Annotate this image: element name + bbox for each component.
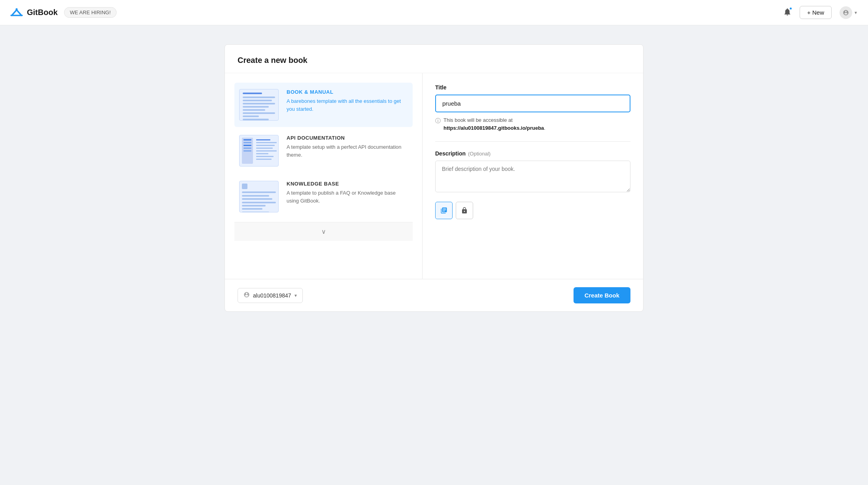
notification-dot — [789, 7, 793, 10]
user-dropdown-chevron: ▾ — [855, 10, 857, 15]
header-left: GitBook WE ARE HIRING! — [9, 7, 781, 18]
template-name-kb: KNOWLEDGE BASE — [287, 181, 408, 187]
template-item-api-documentation[interactable]: API DOCUMENTATION A template setup with … — [234, 129, 413, 173]
svg-point-1 — [15, 8, 17, 10]
public-icon — [440, 207, 447, 214]
template-info-book-manual: BOOK & MANUAL A barebones template with … — [287, 89, 408, 113]
chevron-down-icon: ∨ — [321, 228, 326, 235]
template-name-api: API DOCUMENTATION — [287, 135, 408, 141]
form-panel: Title ⓘ This book will be accessible at … — [423, 73, 643, 279]
user-avatar — [840, 6, 852, 19]
card-footer: alu0100819847 ▾ Create Book — [225, 279, 643, 311]
url-info: ⓘ This book will be accessible at https:… — [435, 116, 630, 132]
template-thumbnail-kb — [239, 181, 279, 212]
template-info-api: API DOCUMENTATION A template setup with … — [287, 135, 408, 159]
description-field-group: Description (Optional) — [435, 150, 630, 202]
visibility-buttons — [435, 202, 630, 219]
header: GitBook WE ARE HIRING! + New ▾ — [0, 0, 868, 25]
new-button[interactable]: + New — [800, 6, 832, 19]
svg-rect-0 — [10, 15, 23, 16]
main-content: Create a new book — [0, 25, 868, 331]
show-more-button[interactable]: ∨ — [234, 222, 413, 241]
template-desc-book-manual: A barebones template with all the essent… — [287, 97, 408, 113]
title-label: Title — [435, 84, 630, 91]
template-desc-kb: A template to publish a FAQ or Knowledge… — [287, 189, 408, 205]
user-icon — [843, 9, 849, 16]
template-thumbnail-book-manual — [239, 89, 279, 121]
create-book-button[interactable]: Create Book — [574, 287, 630, 303]
divider — [435, 141, 630, 142]
description-textarea[interactable] — [435, 161, 630, 192]
card-header: Create a new book — [225, 45, 643, 73]
org-chevron-icon: ▾ — [294, 293, 297, 298]
template-info-kb: KNOWLEDGE BASE A template to publish a F… — [287, 181, 408, 205]
svg-rect-2 — [243, 184, 247, 185]
title-field-group: Title ⓘ This book will be accessible at … — [435, 84, 630, 132]
header-right: + New ▾ — [781, 5, 859, 21]
hiring-badge[interactable]: WE ARE HIRING! — [64, 7, 117, 18]
org-select-button[interactable]: alu0100819847 ▾ — [238, 288, 303, 303]
notification-button[interactable] — [781, 6, 793, 19]
visibility-public-button[interactable] — [435, 202, 453, 219]
card-title: Create a new book — [238, 56, 630, 65]
description-label: Description (Optional) — [435, 150, 630, 157]
template-item-knowledge-base[interactable]: KNOWLEDGE BASE A template to publish a F… — [234, 174, 413, 219]
url-info-text: This book will be accessible at https://… — [443, 116, 545, 132]
lock-icon — [461, 207, 468, 214]
title-input[interactable] — [435, 95, 630, 112]
templates-panel: BOOK & MANUAL A barebones template with … — [225, 73, 423, 279]
gitbook-logo-icon — [9, 7, 24, 18]
logo: GitBook — [9, 7, 58, 18]
template-item-book-manual[interactable]: BOOK & MANUAL A barebones template with … — [234, 83, 413, 127]
org-name: alu0100819847 — [253, 292, 291, 299]
url-value: https://alu0100819847.gitbooks.io/prueba — [443, 125, 544, 131]
org-icon — [243, 292, 250, 299]
template-thumbnail-api — [239, 135, 279, 167]
create-book-card: Create a new book — [225, 44, 643, 312]
svg-rect-3 — [243, 186, 247, 186]
description-optional: (Optional) — [468, 151, 491, 157]
card-body: BOOK & MANUAL A barebones template with … — [225, 73, 643, 279]
logo-text: GitBook — [27, 8, 58, 17]
visibility-private-button[interactable] — [456, 202, 473, 219]
user-menu-button[interactable]: ▾ — [838, 5, 859, 21]
template-name-book-manual: BOOK & MANUAL — [287, 89, 408, 95]
template-desc-api: A template setup with a perfect API docu… — [287, 143, 408, 159]
info-icon: ⓘ — [435, 117, 441, 125]
user-small-icon — [243, 292, 250, 298]
